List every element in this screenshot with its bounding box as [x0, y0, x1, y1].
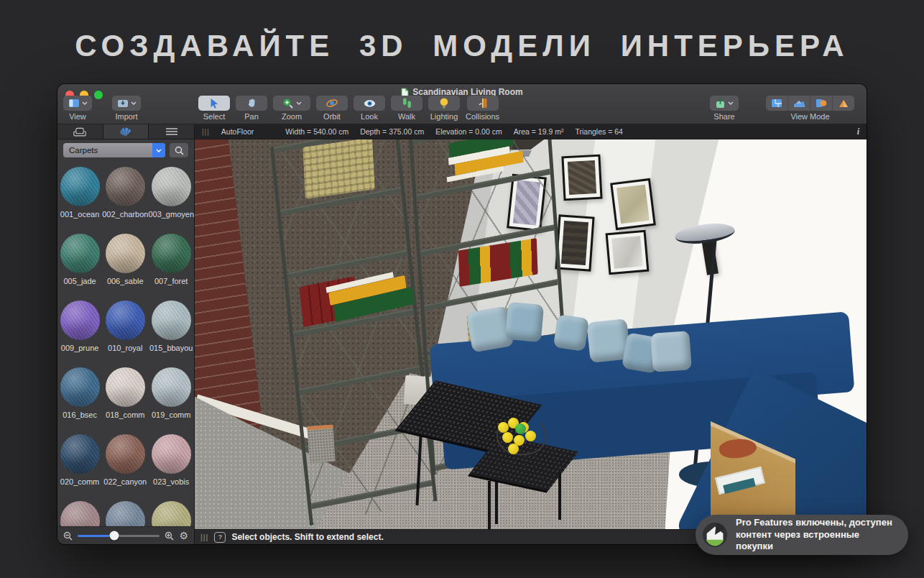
hand-icon — [246, 98, 257, 109]
swatch-018-comm[interactable]: 018_comm — [106, 367, 145, 434]
painting[interactable] — [555, 214, 594, 271]
orbit-icon — [325, 98, 338, 109]
import-tray-icon — [117, 98, 129, 108]
window-panel-icon — [68, 98, 80, 108]
tool-collisions[interactable]: Collisions — [466, 96, 499, 121]
table-leg — [558, 472, 561, 520]
drag-handle[interactable]: ||| — [202, 128, 210, 136]
tool-group: Select Pan Zoom — [198, 96, 499, 121]
gold-cushion — [302, 139, 375, 199]
materials-fan-icon — [119, 127, 133, 137]
stat-triangles: Triangles = 64 — [575, 127, 622, 136]
swatch-006-sable[interactable]: 006_sable — [106, 234, 145, 301]
view-mode-3d-button[interactable] — [833, 96, 854, 111]
view-button[interactable]: View — [63, 96, 92, 121]
swatch-020-comm[interactable]: 020_comm — [60, 434, 100, 501]
chevron-down-icon — [296, 101, 302, 105]
view-mode-elevation-button[interactable] — [788, 96, 810, 111]
info-icon[interactable]: i — [857, 127, 859, 137]
stat-depth: Depth = 375.00 cm — [360, 127, 424, 136]
help-icon[interactable]: ? — [214, 532, 226, 543]
coffee-table-group[interactable] — [410, 380, 583, 529]
gear-icon[interactable]: ⚙ — [179, 531, 188, 541]
sofa-pillow — [505, 302, 544, 342]
tab-furniture[interactable] — [57, 124, 103, 139]
tool-walk[interactable]: Walk — [391, 96, 422, 121]
swatch-015-bbayou[interactable]: 015_bbayou — [149, 301, 193, 367]
info-bar: ||| AutoFloor Width = 540.00 cm Depth = … — [195, 124, 867, 139]
page-title: СОЗДАВАЙТЕ 3D МОДЕЛИ ИНТЕРЬЕРА — [0, 29, 924, 63]
lemon — [525, 431, 536, 441]
lemon — [498, 422, 509, 433]
sub-bar: ||| AutoFloor Width = 540.00 cm Depth = … — [57, 124, 867, 139]
floor-name: AutoFloor — [221, 127, 254, 136]
chevron-down-icon — [131, 101, 137, 105]
view-mode-control: View Mode — [766, 96, 854, 121]
swatch-row6-3[interactable] — [152, 501, 191, 527]
concrete-block[interactable] — [307, 425, 335, 463]
notification-text: Pro Features включены, доступен контент … — [736, 517, 898, 554]
swatch-007-foret[interactable]: 007_foret — [152, 234, 191, 301]
view-mode-2d-plan-button[interactable] — [766, 96, 788, 111]
cursor-icon — [209, 98, 219, 109]
3d-viewport[interactable] — [195, 139, 867, 529]
collision-icon — [478, 98, 488, 109]
three-d-icon — [838, 98, 849, 108]
swatch-005-jade[interactable]: 005_jade — [60, 234, 100, 301]
chevron-down-icon — [82, 101, 88, 105]
category-dropdown[interactable]: Carpets — [63, 143, 165, 157]
swatch-row6-1[interactable] — [60, 501, 100, 527]
tool-pan[interactable]: Pan — [236, 96, 267, 121]
painting[interactable] — [606, 230, 650, 275]
window-header: Scandinavian Living Room View Import — [57, 84, 867, 124]
swatch-grid: 001_ocean 002_charbon 003_gmoyen 005_jad… — [57, 161, 194, 527]
tool-select[interactable]: Select — [198, 96, 230, 121]
swatch-023-vobis[interactable]: 023_vobis — [152, 434, 191, 501]
app-window: Scandinavian Living Room View Import — [57, 84, 867, 544]
swatch-010-royal[interactable]: 010_royal — [106, 301, 145, 367]
swatch-001-ocean[interactable]: 001_ocean — [60, 167, 100, 234]
zoom-in-icon[interactable] — [165, 531, 174, 541]
lemon — [508, 444, 519, 454]
swatch-022-canyon[interactable]: 022_canyon — [103, 434, 147, 501]
swatch-016-bsec[interactable]: 016_bsec — [60, 367, 100, 434]
painting[interactable] — [610, 178, 656, 230]
eye-icon — [364, 99, 376, 108]
swatch-019-comm[interactable]: 019_comm — [152, 367, 191, 434]
search-icon — [175, 146, 184, 155]
tool-zoom[interactable]: Zoom — [273, 96, 310, 121]
drag-handle[interactable]: ||| — [200, 533, 208, 541]
materials-sidebar: Carpets 001_ocean 002_charbon 003_gmoyen… — [57, 139, 195, 544]
tool-look[interactable]: Look — [354, 96, 385, 121]
tab-object-list[interactable] — [149, 124, 194, 139]
swatch-row6-2[interactable] — [106, 501, 145, 527]
table-leg — [488, 481, 491, 529]
chevron-down-icon — [728, 101, 734, 105]
search-button[interactable] — [170, 143, 188, 157]
armchair-icon — [73, 127, 87, 137]
dropdown-chevron-icon — [152, 143, 165, 157]
status-message: Select objects. Shift to extend select. — [231, 532, 383, 542]
list-icon — [165, 127, 178, 136]
swatch-003-gmoyen[interactable]: 003_gmoyen — [148, 167, 194, 234]
zoom-out-icon[interactable] — [63, 531, 73, 541]
share-button[interactable]: Share — [710, 96, 739, 121]
sofa-pillow — [650, 331, 692, 372]
sidebar-bottom-bar: ⚙ — [57, 526, 194, 544]
tool-lighting[interactable]: Lighting — [428, 96, 460, 121]
thumbnail-size-slider[interactable] — [78, 535, 160, 537]
table-leg — [415, 436, 422, 505]
zoom-icon — [282, 98, 294, 109]
stat-width: Width = 540.00 cm — [285, 127, 348, 136]
sidebar-tabs — [57, 124, 195, 139]
tool-orbit[interactable]: Orbit — [316, 96, 348, 121]
view-mode-split-button[interactable] — [810, 96, 833, 111]
elevation-icon — [793, 98, 805, 108]
painting[interactable] — [561, 155, 602, 201]
tab-materials[interactable] — [103, 124, 149, 139]
pro-features-notification[interactable]: Pro Features включены, доступен контент … — [696, 515, 908, 555]
swatch-009-prune[interactable]: 009_prune — [60, 301, 100, 367]
import-button[interactable]: Import — [112, 96, 141, 121]
swatch-002-charbon[interactable]: 002_charbon — [102, 167, 148, 234]
app-logo-icon — [702, 521, 728, 549]
